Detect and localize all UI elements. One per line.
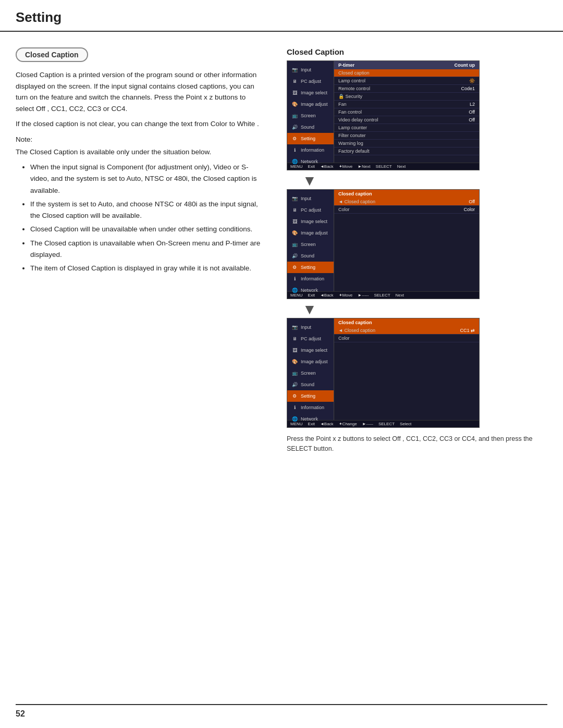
menu1-row-lamp-control: Lamp control 🔆 [334,77,479,85]
menu2-panel: Closed caption ◄ Closed caption Off Colo… [334,190,479,291]
pc-adjust-icon: 🖥 [291,78,298,85]
sidebar3-input: 📷 Input [287,322,334,333]
sidebar-input-label: Input [301,67,311,72]
sidebar3-screen: 📺 Screen [287,367,334,379]
page-number: 52 [16,709,25,718]
menu3-sidebar: 📷 Input 🖥 PC adjust 🖼 Image select 🎨 Ima… [287,318,334,420]
menu1-panel: P-timer Count up Closed caption Lamp con… [334,61,479,163]
menu1-row-remote-control: Remote control Code1 [334,85,479,93]
page-footer: 52 [16,704,547,719]
image-select-icon: 🖼 [291,89,298,96]
left-column: Closed Caption Closed Caption is a print… [16,47,271,454]
image-adjust-icon3: 🎨 [291,358,298,365]
menu2-row-closed-caption: ◄ Closed caption Off [334,198,479,206]
sidebar2-pc-adjust: 🖥 PC adjust [287,204,334,216]
menu2-row-color: Color Color [334,206,479,214]
menu1-row-factory-default: Factory default [334,147,479,155]
arrow-down-2: ▼ [287,302,547,317]
input-icon2: 📷 [291,195,298,202]
sidebar-image-adjust-label: Image adjust [301,102,328,107]
sidebar2-image-select: 🖼 Image select [287,216,334,227]
intro-paragraph-2: If the closed caption is not clear, you … [16,118,266,130]
image-adjust-icon: 🎨 [291,101,298,108]
list-item: Closed Caption will be unavailable when … [30,224,266,235]
closed-caption-badge: Closed Caption [16,47,88,62]
sidebar-pc-adjust: 🖥 PC adjust [287,76,334,87]
sidebar-input: 📷 Input [287,64,334,76]
sidebar-sound-label: Sound [301,125,314,130]
sidebar-setting-label: Setting [301,136,315,141]
sound-icon2: 🔊 [291,252,298,260]
menu1-row-lamp-counter: Lamp counter [334,124,479,132]
setting-icon2: ⚙ [291,264,298,271]
screen-icon: 📺 [291,112,298,119]
menu-screenshot-2: 📷 Input 🖥 PC adjust 🖼 Image select 🎨 Ima… [287,189,480,299]
sidebar3-setting: ⚙ Setting [287,390,334,402]
right-column: Closed Caption 📷 Input 🖥 PC adjust 🖼 [287,47,547,454]
menu3-panel-header: Closed caption [334,318,479,327]
sidebar2-input: 📷 Input [287,193,334,204]
list-item: When the input signal is Component (for … [30,162,266,196]
arrow-down-1: ▼ [287,174,547,188]
sidebar-screen-label: Screen [301,113,316,118]
pc-adjust-icon3: 🖥 [291,335,298,342]
menu1-row-video-delay: Video delay control Off [334,116,479,124]
sidebar-screen: 📺 Screen [287,110,334,121]
menu2-panel-header: Closed caption [334,190,479,198]
input-icon: 📷 [291,66,298,73]
sidebar-setting: ⚙ Setting [287,133,334,144]
intro-paragraph-1: Closed Caption is a printed version of t… [16,69,266,114]
content-area: Closed Caption Closed Caption is a print… [0,32,563,464]
right-title: Closed Caption [287,47,547,56]
menu1-row-warning-log: Warning log [334,140,479,147]
menu1-row-closed-caption: Closed caption [334,69,479,77]
image-select-icon3: 🖼 [291,347,298,354]
sidebar-image-adjust: 🎨 Image adjust [287,98,334,110]
sidebar-image-select: 🖼 Image select [287,87,334,98]
menu3-panel: Closed caption ◄ Closed caption CC1 ⇄ Co… [334,318,479,420]
menu1-sidebar: 📷 Input 🖥 PC adjust 🖼 Image select 🎨 Ima… [287,61,334,163]
sidebar-network-label: Network [301,159,318,164]
input-icon3: 📷 [291,324,298,331]
menu-screenshot-1: 📷 Input 🖥 PC adjust 🖼 Image select 🎨 Ima… [287,60,480,170]
information-icon: ℹ [291,146,298,154]
list-item: The item of Closed Caption is displayed … [30,263,266,274]
menu3-row-color: Color [334,335,479,342]
sound-icon: 🔊 [291,124,298,131]
menu-screenshot-3: 📷 Input 🖥 PC adjust 🖼 Image select 🎨 Ima… [287,318,480,428]
page-header: Setting [0,0,563,32]
sidebar2-information: ℹ Information [287,273,334,285]
menu1-row-filter-counter: Filter conuter [334,132,479,140]
menu2-sidebar: 📷 Input 🖥 PC adjust 🖼 Image select 🎨 Ima… [287,190,334,291]
sidebar2-screen: 📺 Screen [287,239,334,250]
pc-adjust-icon2: 🖥 [291,206,298,214]
sidebar3-image-adjust: 🎨 Image adjust [287,356,334,367]
menu1-panel-header: P-timer Count up [334,61,479,69]
screen-icon3: 📺 [291,369,298,377]
information-icon2: ℹ [291,275,298,282]
sidebar-image-select-label: Image select [301,90,327,95]
sidebar2-image-adjust: 🎨 Image adjust [287,227,334,239]
setting-icon3: ⚙ [291,392,298,400]
information-icon3: ℹ [291,404,298,411]
sound-icon3: 🔊 [291,381,298,388]
sidebar3-pc-adjust: 🖥 PC adjust [287,333,334,344]
sidebar3-image-select: 🖼 Image select [287,344,334,356]
bullet-list: When the input signal is Component (for … [16,162,266,274]
menu3-row-closed-caption: ◄ Closed caption CC1 ⇄ [334,327,479,335]
sidebar3-sound: 🔊 Sound [287,379,334,390]
list-item: The Closed caption is unavailable when O… [30,238,266,261]
page-title: Setting [16,9,547,26]
screenshots-caption: Press the Point x z buttons to select Of… [287,434,547,454]
sidebar3-information: ℹ Information [287,402,334,413]
sidebar-information: ℹ Information [287,144,334,156]
note-label: Note: [16,134,266,145]
menu1-row-security: 🔒 Security [334,93,479,101]
sidebar-information-label: Information [301,147,324,153]
list-item: If the system is set to Auto, and choose… [30,199,266,222]
note-text: The Closed Caption is available only und… [16,146,266,158]
menu1-row-fan-control: Fan control Off [334,108,479,116]
sidebar-sound: 🔊 Sound [287,121,334,133]
screen-icon2: 📺 [291,241,298,248]
image-select-icon2: 🖼 [291,218,298,225]
